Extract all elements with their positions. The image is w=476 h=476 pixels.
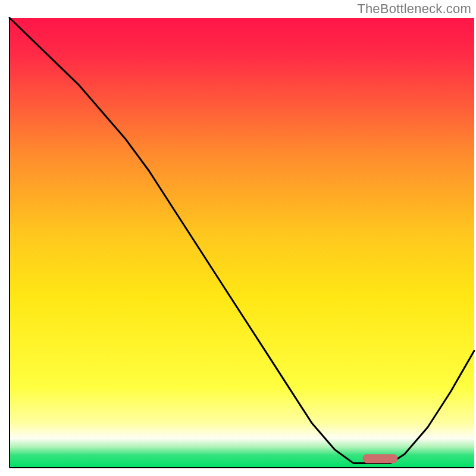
chart-container: { "watermark": "TheBottleneck.com", "cha…: [0, 0, 476, 476]
optimal-marker: [363, 454, 398, 463]
chart-svg: [0, 0, 476, 476]
watermark-text: TheBottleneck.com: [357, 1, 471, 17]
